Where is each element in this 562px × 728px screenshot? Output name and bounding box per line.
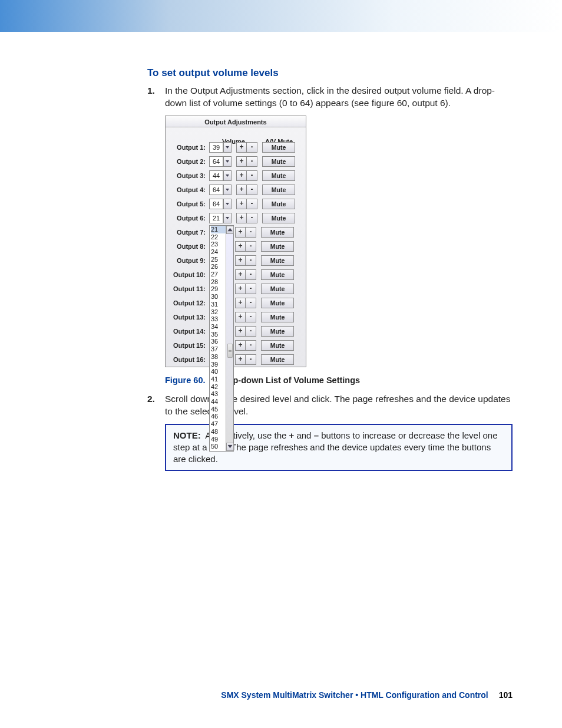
volume-minus-button[interactable]: - — [247, 185, 257, 195]
mute-button[interactable]: Mute — [262, 199, 295, 209]
volume-plus-button[interactable]: + — [236, 185, 247, 195]
dropdown-option[interactable]: 44 — [211, 398, 226, 406]
volume-minus-button[interactable]: - — [247, 156, 257, 167]
volume-plus-button[interactable]: + — [235, 340, 246, 351]
scroll-down-icon[interactable] — [226, 443, 234, 451]
dropdown-option[interactable]: 29 — [211, 285, 226, 293]
dropdown-options[interactable]: 2122232425262728293031323334353637383940… — [210, 226, 226, 451]
volume-plus-button[interactable]: + — [235, 269, 246, 280]
volume-plus-button[interactable]: + — [235, 284, 246, 294]
chevron-down-icon[interactable] — [223, 199, 232, 209]
chevron-down-icon[interactable] — [223, 213, 232, 223]
mute-button[interactable]: Mute — [262, 213, 295, 223]
volume-minus-button[interactable]: - — [246, 284, 256, 294]
dropdown-option[interactable]: 40 — [211, 368, 226, 375]
volume-minus-button[interactable]: - — [246, 241, 256, 252]
mute-button[interactable]: Mute — [261, 312, 294, 322]
volume-minus-button[interactable]: - — [246, 326, 256, 337]
volume-plus-button[interactable]: + — [235, 326, 246, 337]
dropdown-option[interactable]: 49 — [211, 436, 226, 443]
mute-button[interactable]: Mute — [262, 185, 295, 195]
volume-field[interactable]: 64 — [209, 156, 223, 167]
dropdown-option[interactable]: 48 — [211, 428, 226, 436]
mute-button[interactable]: Mute — [262, 142, 295, 153]
chevron-down-icon[interactable] — [223, 156, 232, 167]
scroll-thumb[interactable] — [227, 344, 233, 358]
volume-field[interactable]: 64 — [209, 199, 223, 209]
output-label: Output 1: — [166, 144, 208, 151]
mute-button[interactable]: Mute — [262, 156, 295, 167]
dropdown-option[interactable]: 46 — [211, 413, 226, 420]
volume-plus-button[interactable]: + — [236, 170, 247, 181]
dropdown-option[interactable]: 42 — [211, 383, 226, 391]
output-row: Output 5:64+-Mute — [166, 197, 306, 211]
volume-plus-button[interactable]: + — [236, 142, 247, 153]
dropdown-option[interactable]: 38 — [211, 353, 226, 361]
dropdown-option[interactable]: 24 — [211, 248, 226, 256]
volume-dropdown-list[interactable]: 2122232425262728293031323334353637383940… — [209, 225, 234, 452]
dropdown-scrollbar[interactable] — [226, 226, 233, 451]
volume-minus-button[interactable]: - — [246, 354, 256, 365]
dropdown-option[interactable]: 31 — [211, 301, 226, 308]
volume-plus-button[interactable]: + — [236, 199, 247, 209]
volume-minus-button[interactable]: - — [246, 255, 256, 266]
volume-field[interactable]: 21 — [209, 213, 223, 223]
mute-button[interactable]: Mute — [261, 298, 294, 308]
dropdown-option[interactable]: 26 — [211, 263, 226, 271]
chevron-down-icon[interactable] — [223, 142, 232, 153]
mute-button[interactable]: Mute — [261, 255, 294, 266]
mute-button[interactable]: Mute — [261, 269, 294, 280]
dropdown-option[interactable]: 28 — [211, 278, 226, 286]
mute-button[interactable]: Mute — [261, 241, 294, 252]
mute-button[interactable]: Mute — [261, 340, 294, 351]
dropdown-option[interactable]: 30 — [211, 293, 226, 301]
volume-field[interactable]: 44 — [209, 170, 223, 181]
dropdown-option[interactable]: 35 — [211, 331, 226, 338]
mute-button[interactable]: Mute — [261, 354, 294, 365]
volume-minus-button[interactable]: - — [247, 213, 257, 223]
volume-plus-button[interactable]: + — [235, 227, 246, 238]
dropdown-option[interactable]: 23 — [211, 241, 226, 248]
dropdown-option[interactable]: 37 — [211, 345, 226, 353]
output-label: Output 14: — [166, 328, 208, 335]
mute-button[interactable]: Mute — [261, 227, 294, 238]
volume-plus-button[interactable]: + — [235, 241, 246, 252]
volume-plus-button[interactable]: + — [235, 298, 246, 308]
dropdown-option[interactable]: 43 — [211, 390, 226, 398]
chevron-down-icon[interactable] — [223, 185, 232, 195]
dropdown-option[interactable]: 47 — [211, 420, 226, 428]
volume-minus-button[interactable]: - — [246, 340, 256, 351]
dropdown-option[interactable]: 41 — [211, 375, 226, 383]
dropdown-option[interactable]: 21 — [211, 226, 226, 233]
volume-minus-button[interactable]: - — [247, 170, 257, 181]
mute-button[interactable]: Mute — [261, 284, 294, 294]
volume-minus-button[interactable]: - — [247, 142, 257, 153]
dropdown-option[interactable]: 32 — [211, 308, 226, 316]
mute-button[interactable]: Mute — [262, 170, 295, 181]
output-label: Output 2: — [166, 158, 208, 165]
dropdown-option[interactable]: 36 — [211, 338, 226, 345]
volume-plus-button[interactable]: + — [236, 213, 247, 223]
volume-minus-button[interactable]: - — [246, 269, 256, 280]
volume-plus-button[interactable]: + — [235, 312, 246, 322]
dropdown-option[interactable]: 50 — [211, 443, 226, 450]
dropdown-option[interactable]: 25 — [211, 256, 226, 263]
volume-minus-button[interactable]: - — [246, 298, 256, 308]
dropdown-option[interactable]: 34 — [211, 323, 226, 331]
volume-minus-button[interactable]: - — [247, 199, 257, 209]
chevron-down-icon[interactable] — [223, 170, 232, 181]
volume-plus-button[interactable]: + — [235, 255, 246, 266]
dropdown-option[interactable]: 39 — [211, 361, 226, 368]
volume-plus-button[interactable]: + — [235, 354, 246, 365]
volume-minus-button[interactable]: - — [246, 227, 256, 238]
volume-field[interactable]: 39 — [209, 142, 223, 153]
volume-plus-button[interactable]: + — [236, 156, 247, 167]
dropdown-option[interactable]: 45 — [211, 406, 226, 413]
dropdown-option[interactable]: 27 — [211, 271, 226, 278]
volume-field[interactable]: 64 — [209, 185, 223, 195]
mute-button[interactable]: Mute — [261, 326, 294, 337]
volume-minus-button[interactable]: - — [246, 312, 256, 322]
dropdown-option[interactable]: 33 — [211, 315, 226, 323]
dropdown-option[interactable]: 22 — [211, 233, 226, 241]
scroll-up-icon[interactable] — [226, 226, 234, 234]
